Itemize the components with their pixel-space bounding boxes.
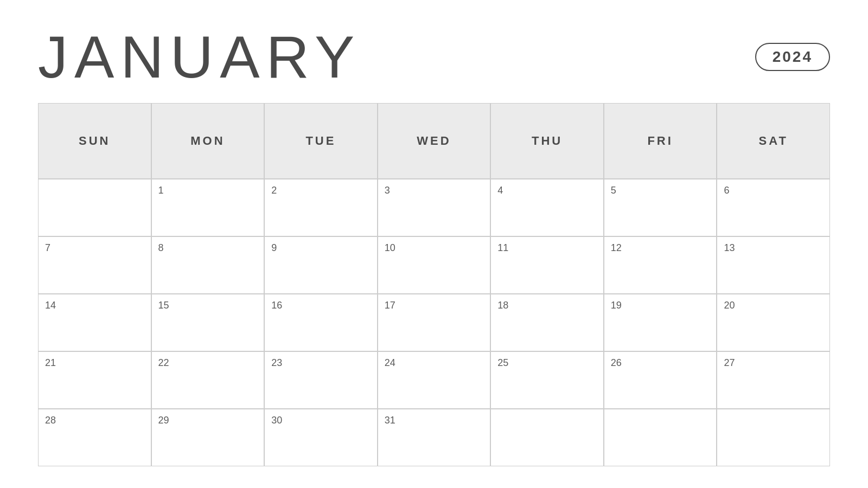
day-cell-7[interactable]: 7 <box>38 236 151 294</box>
day-cell-4[interactable]: 4 <box>490 179 604 236</box>
day-number: 20 <box>724 300 735 311</box>
day-cell-24[interactable]: 24 <box>378 351 491 409</box>
day-number: 31 <box>385 415 395 426</box>
day-number: 7 <box>45 242 50 254</box>
day-number: 3 <box>385 185 390 196</box>
day-number: 29 <box>158 415 169 426</box>
day-number: 25 <box>497 357 508 369</box>
day-cell-19[interactable]: 19 <box>604 294 717 351</box>
day-number: 9 <box>271 242 277 254</box>
day-cell-25[interactable]: 25 <box>490 351 604 409</box>
empty-cell <box>717 409 830 466</box>
day-cell-16[interactable]: 16 <box>264 294 378 351</box>
day-header-tue: TUE <box>264 103 378 179</box>
day-cell-26[interactable]: 26 <box>604 351 717 409</box>
day-header-sat: SAT <box>717 103 830 179</box>
empty-cell <box>38 179 151 236</box>
day-number: 10 <box>385 242 395 254</box>
day-number: 4 <box>497 185 503 196</box>
day-number: 22 <box>158 357 169 369</box>
day-number: 27 <box>724 357 735 369</box>
day-number: 28 <box>45 415 56 426</box>
day-number: 5 <box>611 185 616 196</box>
day-cell-5[interactable]: 5 <box>604 179 717 236</box>
day-cell-31[interactable]: 31 <box>378 409 491 466</box>
day-cell-18[interactable]: 18 <box>490 294 604 351</box>
day-number: 19 <box>611 300 622 311</box>
day-number: 17 <box>385 300 395 311</box>
day-cell-14[interactable]: 14 <box>38 294 151 351</box>
calendar-container: JANUARY 2024 SUNMONTUEWEDTHUFRISAT123456… <box>0 0 868 488</box>
day-cell-21[interactable]: 21 <box>38 351 151 409</box>
day-number: 11 <box>497 242 508 254</box>
day-header-wed: WED <box>378 103 491 179</box>
day-cell-1[interactable]: 1 <box>151 179 265 236</box>
day-header-sun: SUN <box>38 103 151 179</box>
day-number: 15 <box>158 300 169 311</box>
day-cell-12[interactable]: 12 <box>604 236 717 294</box>
day-cell-11[interactable]: 11 <box>490 236 604 294</box>
day-cell-8[interactable]: 8 <box>151 236 265 294</box>
day-number: 26 <box>611 357 622 369</box>
day-number: 24 <box>385 357 395 369</box>
day-cell-2[interactable]: 2 <box>264 179 378 236</box>
day-header-mon: MON <box>151 103 265 179</box>
day-cell-22[interactable]: 22 <box>151 351 265 409</box>
day-number: 13 <box>724 242 735 254</box>
day-cell-10[interactable]: 10 <box>378 236 491 294</box>
day-number: 2 <box>271 185 277 196</box>
day-number: 6 <box>724 185 729 196</box>
day-cell-29[interactable]: 29 <box>151 409 265 466</box>
day-number: 12 <box>611 242 622 254</box>
empty-cell <box>490 409 604 466</box>
day-cell-15[interactable]: 15 <box>151 294 265 351</box>
day-cell-9[interactable]: 9 <box>264 236 378 294</box>
day-cell-30[interactable]: 30 <box>264 409 378 466</box>
day-number: 30 <box>271 415 282 426</box>
day-cell-13[interactable]: 13 <box>717 236 830 294</box>
calendar-grid: SUNMONTUEWEDTHUFRISAT1234567891011121314… <box>38 103 830 466</box>
day-cell-17[interactable]: 17 <box>378 294 491 351</box>
day-number: 23 <box>271 357 282 369</box>
day-cell-6[interactable]: 6 <box>717 179 830 236</box>
day-cell-20[interactable]: 20 <box>717 294 830 351</box>
calendar-header: JANUARY 2024 <box>38 27 830 87</box>
day-cell-28[interactable]: 28 <box>38 409 151 466</box>
month-title: JANUARY <box>38 27 361 87</box>
day-number: 14 <box>45 300 56 311</box>
year-badge: 2024 <box>755 43 830 71</box>
day-header-fri: FRI <box>604 103 717 179</box>
day-number: 18 <box>497 300 508 311</box>
day-cell-23[interactable]: 23 <box>264 351 378 409</box>
empty-cell <box>604 409 717 466</box>
day-header-thu: THU <box>490 103 604 179</box>
day-number: 1 <box>158 185 164 196</box>
day-number: 8 <box>158 242 164 254</box>
day-cell-3[interactable]: 3 <box>378 179 491 236</box>
day-number: 21 <box>45 357 56 369</box>
day-cell-27[interactable]: 27 <box>717 351 830 409</box>
day-number: 16 <box>271 300 282 311</box>
